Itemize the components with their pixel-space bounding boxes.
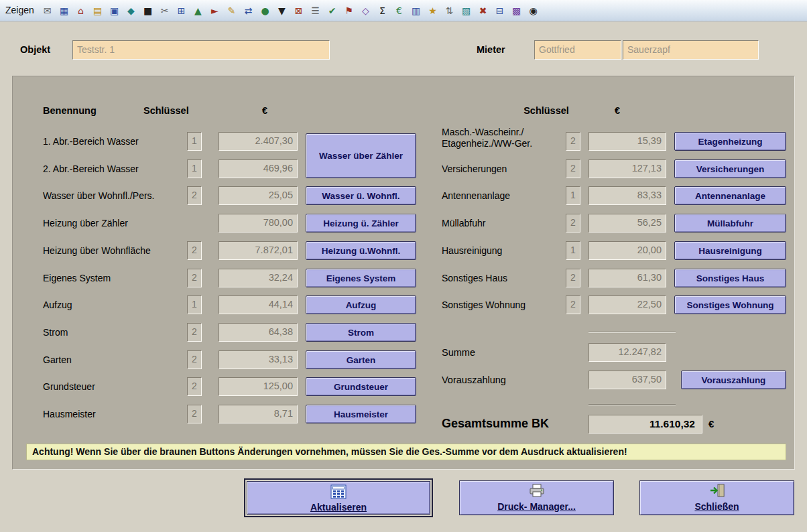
value-field[interactable]: 56,25 <box>588 214 666 232</box>
table-row: Versicherungen 2 127,13 Versicherungen <box>13 159 794 178</box>
key-field[interactable]: 2 <box>187 405 202 423</box>
key-field[interactable]: 2 <box>187 350 202 369</box>
garten-button[interactable]: Garten <box>306 350 416 369</box>
muellabfuhr-button[interactable]: Müllabfuhr <box>674 214 786 232</box>
cut-icon[interactable]: ✂ <box>158 3 172 18</box>
swap-icon[interactable]: ⇄ <box>241 3 255 18</box>
row-label: Hausreinigung <box>442 241 502 260</box>
grid-icon[interactable]: ⊞ <box>174 3 188 18</box>
strom-button[interactable]: Strom <box>306 323 416 342</box>
antennenanlage-button[interactable]: Antennenanlage <box>674 186 786 205</box>
mieter-last-field[interactable]: Sauerzapf <box>623 40 759 60</box>
grundsteuer-button[interactable]: Grundsteuer <box>306 377 416 396</box>
warning-banner: Achtung! Wenn Sie über die braunen Butto… <box>26 444 786 460</box>
objekt-label: Objekt <box>20 44 50 55</box>
folder-icon[interactable]: ▤ <box>90 3 105 18</box>
column-header-euro-right: € <box>597 105 637 116</box>
summe-field[interactable]: 12.247,82 <box>588 343 666 362</box>
minus-box-icon[interactable]: ⊟ <box>493 3 507 18</box>
gesamtsumme-field[interactable]: 11.610,32 <box>588 415 702 434</box>
stop-icon[interactable]: ■ <box>141 3 155 18</box>
schliessen-button[interactable]: Schließen <box>639 480 794 515</box>
table-row: Garten 2 33,13 Garten <box>13 350 794 369</box>
record-icon[interactable]: ● <box>258 3 272 18</box>
value-field[interactable]: 61,30 <box>588 269 666 287</box>
value-field[interactable]: 33,13 <box>219 350 298 369</box>
dense-icon[interactable]: ▩ <box>509 3 523 18</box>
calculator-icon <box>330 484 347 502</box>
key-field[interactable]: 1 <box>566 241 580 260</box>
value-field[interactable]: 15,39 <box>588 132 666 151</box>
row-label: Masch.-Wascheinr./ Etagenheiz./WW-Ger. <box>442 127 532 149</box>
sonstiges-haus-button[interactable]: Sonstiges Haus <box>674 269 786 287</box>
run-icon[interactable]: ► <box>208 3 222 18</box>
outline-icon[interactable]: ◇ <box>359 3 373 18</box>
druck-manager-label: Druck- Manager... <box>497 501 576 512</box>
pattern-icon[interactable]: ▧ <box>459 3 473 18</box>
value-field[interactable]: 127,13 <box>588 159 666 178</box>
table-row: Hausreinigung 1 20,00 Hausreinigung <box>13 241 794 260</box>
target-icon[interactable]: ◉ <box>526 3 540 18</box>
diamond-icon[interactable]: ◆ <box>124 3 138 18</box>
value-field[interactable]: 64,38 <box>219 323 298 342</box>
row-label: Antennenanlage <box>442 186 510 205</box>
mieter-first-field[interactable]: Gottfried <box>534 40 621 60</box>
exit-door-icon <box>709 484 725 500</box>
column-header-benennung: Benennung <box>43 105 97 116</box>
hausreinigung-button[interactable]: Hausreinigung <box>674 241 786 260</box>
etagenheizung-button[interactable]: Etagenheizung <box>674 132 786 151</box>
euro-icon[interactable]: € <box>392 3 406 18</box>
list-icon[interactable]: ☰ <box>308 3 322 18</box>
close-box-icon[interactable]: ⊠ <box>292 3 306 18</box>
hausmeister-button[interactable]: Hausmeister <box>306 405 416 423</box>
row-label: Hausmeister <box>43 405 96 423</box>
schliessen-label: Schließen <box>694 501 739 512</box>
summe-label: Summe <box>442 343 475 362</box>
value-field[interactable]: 22,50 <box>588 295 666 314</box>
key-field[interactable]: 1 <box>566 186 580 205</box>
key-field[interactable]: 2 <box>187 377 202 396</box>
key-field[interactable]: 2 <box>566 214 580 232</box>
sort-icon[interactable]: ⇅ <box>442 3 456 18</box>
objekt-field[interactable]: Teststr. 1 <box>72 40 330 60</box>
gesamtsumme-label: Gesamtsumme BK <box>442 413 549 434</box>
aktualisieren-label: Aktualiseren <box>310 502 367 513</box>
table-row: Strom 2 64,38 Strom <box>13 323 794 342</box>
row-label: Strom <box>43 323 68 342</box>
vorauszahlung-button[interactable]: Vorauszahlung <box>681 371 786 389</box>
table-row: Antennenanlage 1 83,33 Antennenanlage <box>13 186 794 205</box>
druck-manager-button[interactable]: Druck- Manager... <box>459 480 614 515</box>
value-field[interactable]: 83,33 <box>588 186 666 205</box>
flag-icon[interactable]: ⚑ <box>342 3 356 18</box>
currency-symbol: € <box>708 415 714 434</box>
check-icon[interactable]: ✔ <box>325 3 339 18</box>
up-icon[interactable]: ▲ <box>191 3 205 18</box>
key-field[interactable]: 2 <box>566 269 580 287</box>
aktualisieren-button[interactable]: Aktualiseren <box>244 478 433 517</box>
value-field[interactable]: 125,00 <box>219 377 298 396</box>
table-row: Masch.-Wascheinr./ Etagenheiz./WW-Ger. 2… <box>13 132 794 151</box>
key-field[interactable]: 2 <box>566 159 580 178</box>
printer-icon <box>529 484 545 500</box>
window-title: Zeigen <box>5 5 34 15</box>
key-field[interactable]: 2 <box>566 132 580 151</box>
value-field[interactable]: 8,71 <box>219 405 298 423</box>
column-header-euro-left: € <box>245 105 285 116</box>
down-icon[interactable]: ▼ <box>275 3 289 18</box>
sum-icon[interactable]: Σ <box>375 3 389 18</box>
columns-icon[interactable]: ▥ <box>409 3 423 18</box>
delete-icon[interactable]: ✖ <box>476 3 490 18</box>
table-icon[interactable]: ▦ <box>57 3 71 18</box>
mieter-label: Mieter <box>477 44 505 55</box>
key-field[interactable]: 2 <box>187 323 202 342</box>
vorauszahlung-field[interactable]: 637,50 <box>588 371 666 389</box>
form-icon[interactable]: ▣ <box>107 3 121 18</box>
key-field[interactable]: 2 <box>566 295 580 314</box>
home-icon[interactable]: ⌂ <box>74 3 88 18</box>
versicherungen-button[interactable]: Versicherungen <box>674 159 786 178</box>
value-field[interactable]: 20,00 <box>588 241 666 260</box>
edit-icon[interactable]: ✎ <box>225 3 239 18</box>
star-icon[interactable]: ★ <box>426 3 440 18</box>
mail-icon[interactable]: ✉ <box>40 3 54 18</box>
sonstiges-wohnung-button[interactable]: Sonstiges Wohnung <box>674 295 786 314</box>
